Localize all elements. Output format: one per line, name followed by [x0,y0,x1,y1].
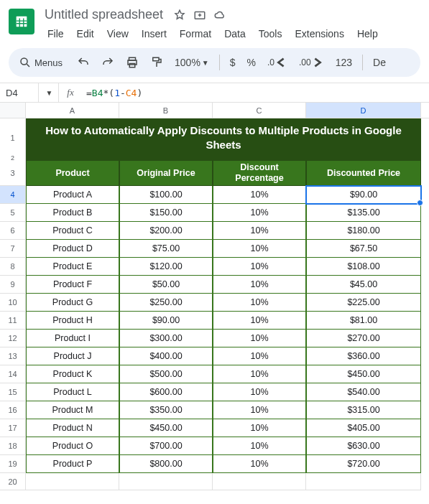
formula-input[interactable]: =B4*(1-C4) [82,83,429,102]
cell-original-price[interactable]: $800.00 [119,455,213,473]
menu-data[interactable]: Data [218,25,252,42]
row-header[interactable]: 3 [0,160,26,186]
menu-format[interactable]: Format [174,25,217,42]
row-header[interactable]: 19 [0,455,26,473]
cell-original-price[interactable]: $500.00 [119,365,213,383]
cell-discount-percentage[interactable]: 10% [213,222,306,240]
cell-discount-percentage[interactable]: 10% [213,365,306,383]
cell-product[interactable]: Product G [26,294,119,312]
cell-discount-percentage[interactable]: 10% [213,312,306,330]
cell-product[interactable]: Product O [26,437,119,455]
cell-discounted-price[interactable]: $180.00 [306,222,421,240]
cell-original-price[interactable]: $350.00 [119,401,213,419]
cell-discounted-price[interactable]: $90.00 [306,186,421,204]
cell-discounted-price[interactable]: $67.50 [306,240,421,258]
cell-discount-percentage[interactable]: 10% [213,204,306,222]
cell-discount-percentage[interactable]: 10% [213,294,306,312]
header-product[interactable]: Product [26,160,119,186]
row-header[interactable]: 14 [0,365,26,383]
cell-product[interactable]: Product F [26,276,119,294]
cell-product[interactable]: Product H [26,312,119,330]
row-header[interactable]: 7 [0,240,26,258]
cell-original-price[interactable]: $50.00 [119,276,213,294]
cell-original-price[interactable]: $90.00 [119,312,213,330]
cell-product[interactable]: Product L [26,383,119,401]
sheets-logo[interactable] [9,9,34,34]
col-header-d[interactable]: D [306,103,421,118]
cell-product[interactable]: Product B [26,204,119,222]
cell-discounted-price[interactable]: $540.00 [306,383,421,401]
row-header[interactable]: 4 [0,186,26,204]
header-discounted-price[interactable]: Discounted Price [306,160,421,186]
header-discount-percentage[interactable]: Discount Percentage [213,160,306,186]
row-header[interactable]: 8 [0,258,26,276]
cell-discounted-price[interactable]: $405.00 [306,419,421,437]
cell-discounted-price[interactable]: $360.00 [306,347,421,365]
cell-product[interactable]: Product K [26,365,119,383]
currency-button[interactable]: $ [226,52,240,73]
cell-discount-percentage[interactable]: 10% [213,401,306,419]
cell-discount-percentage[interactable]: 10% [213,186,306,204]
row-header[interactable]: 13 [0,347,26,365]
document-title[interactable]: Untitled spreadsheet [42,6,166,24]
cell-discounted-price[interactable]: $135.00 [306,204,421,222]
cell-discounted-price[interactable]: $81.00 [306,312,421,330]
menu-file[interactable]: File [42,25,70,42]
cell-discounted-price[interactable]: $450.00 [306,365,421,383]
number-format-dropdown[interactable]: 123 [331,52,356,73]
cell-discounted-price[interactable]: $45.00 [306,276,421,294]
cell-discounted-price[interactable]: $225.00 [306,294,421,312]
row-header[interactable]: 9 [0,276,26,294]
col-header-c[interactable]: C [213,103,306,118]
print-button[interactable] [121,52,143,73]
empty-cell[interactable] [213,473,306,490]
cell-discount-percentage[interactable]: 10% [213,437,306,455]
cell-discount-percentage[interactable]: 10% [213,419,306,437]
redo-button[interactable] [97,52,119,73]
cell-original-price[interactable]: $100.00 [119,186,213,204]
star-icon[interactable] [173,9,186,22]
cell-original-price[interactable]: $120.00 [119,258,213,276]
sheet-title-cell[interactable]: How to Automatically Apply Discounts to … [26,118,421,158]
cell-discount-percentage[interactable]: 10% [213,258,306,276]
menu-tools[interactable]: Tools [253,25,288,42]
font-dropdown[interactable]: De [369,52,390,73]
select-all-corner[interactable] [0,103,26,118]
row-header[interactable]: 6 [0,222,26,240]
empty-cell[interactable] [26,473,119,490]
paint-format-button[interactable] [146,52,167,73]
cell-product[interactable]: Product A [26,186,119,204]
cell-discount-percentage[interactable]: 10% [213,455,306,473]
increase-decimal-button[interactable]: .00 [295,52,328,73]
decrease-decimal-button[interactable]: .0 [263,52,292,73]
row-header[interactable]: 16 [0,401,26,419]
empty-cell[interactable] [306,473,421,490]
cell-discounted-price[interactable]: $270.00 [306,330,421,347]
cell-original-price[interactable]: $450.00 [119,419,213,437]
menu-edit[interactable]: Edit [71,25,100,42]
menu-help[interactable]: Help [351,25,384,42]
row-header[interactable]: 12 [0,330,26,347]
cell-original-price[interactable]: $75.00 [119,240,213,258]
cell-product[interactable]: Product J [26,347,119,365]
empty-cell[interactable] [119,473,213,490]
col-header-a[interactable]: A [26,103,119,118]
undo-button[interactable] [73,52,94,73]
cell-original-price[interactable]: $200.00 [119,222,213,240]
cell-original-price[interactable]: $700.00 [119,437,213,455]
cell-discount-percentage[interactable]: 10% [213,276,306,294]
cell-original-price[interactable]: $250.00 [119,294,213,312]
menu-view[interactable]: View [101,25,134,42]
cell-product[interactable]: Product P [26,455,119,473]
cell-discount-percentage[interactable]: 10% [213,240,306,258]
row-header[interactable]: 17 [0,419,26,437]
cell-discounted-price[interactable]: $720.00 [306,455,421,473]
header-original-price[interactable]: Original Price [119,160,213,186]
cell-original-price[interactable]: $300.00 [119,330,213,347]
cell-product[interactable]: Product C [26,222,119,240]
menu-insert[interactable]: Insert [136,25,172,42]
cell-original-price[interactable]: $400.00 [119,347,213,365]
cell-discount-percentage[interactable]: 10% [213,383,306,401]
row-header[interactable]: 18 [0,437,26,455]
cell-discounted-price[interactable]: $315.00 [306,401,421,419]
